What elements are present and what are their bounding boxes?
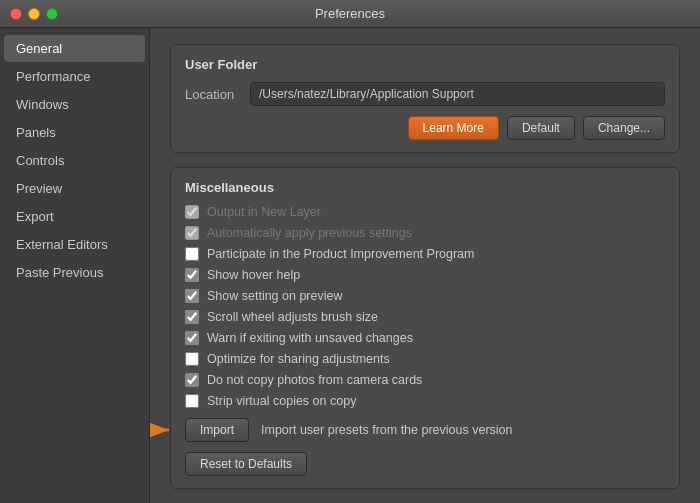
sidebar-item-external-editors[interactable]: External Editors (4, 231, 145, 258)
user-folder-title: User Folder (185, 57, 665, 72)
checkbox-row-1: Automatically apply previous settings (185, 226, 665, 240)
checkbox-label-4: Show setting on preview (207, 289, 343, 303)
sidebar-item-panels[interactable]: Panels (4, 119, 145, 146)
sidebar-item-paste-previous[interactable]: Paste Previous (4, 259, 145, 286)
reset-row: Reset to Defaults (185, 452, 665, 476)
change-button[interactable]: Change... (583, 116, 665, 140)
main-layout: General Performance Windows Panels Contr… (0, 28, 700, 503)
checkbox-label-3: Show hover help (207, 268, 300, 282)
checkbox-show-setting-preview[interactable] (185, 289, 199, 303)
checkbox-row-6: Warn if exiting with unsaved changes (185, 331, 665, 345)
checkbox-label-1: Automatically apply previous settings (207, 226, 412, 240)
arrow-container (150, 420, 177, 440)
sidebar-item-controls[interactable]: Controls (4, 147, 145, 174)
checkbox-show-hover-help[interactable] (185, 268, 199, 282)
checkbox-label-5: Scroll wheel adjusts brush size (207, 310, 378, 324)
sidebar-item-windows[interactable]: Windows (4, 91, 145, 118)
close-button[interactable] (10, 8, 22, 20)
sidebar-item-export[interactable]: Export (4, 203, 145, 230)
checkbox-row-3: Show hover help (185, 268, 665, 282)
location-label: Location (185, 87, 240, 102)
default-button[interactable]: Default (507, 116, 575, 140)
checkbox-row-9: Strip virtual copies on copy (185, 394, 665, 408)
traffic-lights (10, 8, 58, 20)
checkbox-scroll-wheel-brush[interactable] (185, 310, 199, 324)
import-description: Import user presets from the previous ve… (261, 423, 513, 437)
folder-buttons: Learn More Default Change... (185, 116, 665, 140)
checkbox-row-0: Output in New Layer (185, 205, 665, 219)
content-area: User Folder Location /Users/natez/Librar… (150, 28, 700, 503)
checkbox-label-7: Optimize for sharing adjustments (207, 352, 390, 366)
folder-location-row: Location /Users/natez/Library/Applicatio… (185, 82, 665, 106)
folder-path-field: /Users/natez/Library/Application Support (250, 82, 665, 106)
checkbox-optimize-sharing[interactable] (185, 352, 199, 366)
window-title: Preferences (315, 6, 385, 21)
reset-defaults-button[interactable]: Reset to Defaults (185, 452, 307, 476)
minimize-button[interactable] (28, 8, 40, 20)
arrow-icon (150, 420, 177, 440)
sidebar-item-performance[interactable]: Performance (4, 63, 145, 90)
checkbox-row-8: Do not copy photos from camera cards (185, 373, 665, 387)
maximize-button[interactable] (46, 8, 58, 20)
checkbox-product-improvement[interactable] (185, 247, 199, 261)
checkbox-label-0: Output in New Layer (207, 205, 321, 219)
learn-more-button[interactable]: Learn More (408, 116, 499, 140)
checkbox-row-2: Participate in the Product Improvement P… (185, 247, 665, 261)
misc-title: Miscellaneous (185, 180, 665, 195)
checkbox-row-7: Optimize for sharing adjustments (185, 352, 665, 366)
checkbox-label-6: Warn if exiting with unsaved changes (207, 331, 413, 345)
import-row: Import Import user presets from the prev… (185, 418, 665, 442)
checkbox-output-new-layer[interactable] (185, 205, 199, 219)
sidebar-item-preview[interactable]: Preview (4, 175, 145, 202)
checkbox-auto-apply-previous[interactable] (185, 226, 199, 240)
titlebar: Preferences (0, 0, 700, 28)
checkbox-row-5: Scroll wheel adjusts brush size (185, 310, 665, 324)
checkbox-label-8: Do not copy photos from camera cards (207, 373, 422, 387)
checkbox-warn-unsaved[interactable] (185, 331, 199, 345)
checkbox-no-copy-camera[interactable] (185, 373, 199, 387)
checkbox-row-4: Show setting on preview (185, 289, 665, 303)
user-folder-section: User Folder Location /Users/natez/Librar… (170, 44, 680, 153)
miscellaneous-section: Miscellaneous Output in New Layer Automa… (170, 167, 680, 489)
checkbox-label-2: Participate in the Product Improvement P… (207, 247, 474, 261)
sidebar-item-general[interactable]: General (4, 35, 145, 62)
checkbox-strip-virtual-copies[interactable] (185, 394, 199, 408)
checkbox-label-9: Strip virtual copies on copy (207, 394, 356, 408)
sidebar: General Performance Windows Panels Contr… (0, 28, 150, 503)
import-button[interactable]: Import (185, 418, 249, 442)
